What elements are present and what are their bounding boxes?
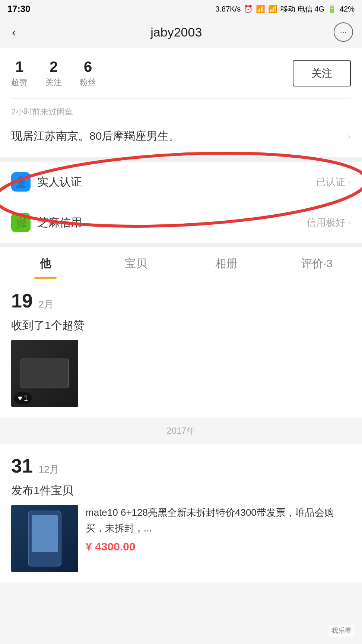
watermark: 我乐看 (328, 625, 355, 637)
alarm-icon: ⏰ (244, 4, 253, 13)
following-count: 2 (45, 59, 62, 75)
followers-count: 6 (80, 59, 96, 75)
page-title: jaby2003 (150, 25, 202, 40)
sesame-label: 芝麻信用 (37, 215, 82, 230)
activity-day-1: 19 (11, 290, 33, 312)
superlike-count: 1 (11, 59, 28, 75)
tab-he[interactable]: 他 (0, 247, 90, 279)
feed-section-2: 31 12月 发布1件宝贝 mate10 6+128亮黑全新未拆封特价4300带… (0, 444, 362, 583)
activity-month-1: 2月 (39, 298, 54, 311)
feed-section: 19 2月 收到了1个超赞 ♥ 1 (0, 279, 362, 417)
item-desc-2: mate10 6+128亮黑全新未拆封特价4300带发票，唯品会购买，未拆封，.… (86, 505, 351, 536)
sesame-icon: 🌿 (11, 213, 31, 232)
tab-pingjia[interactable]: 评价·3 (272, 247, 362, 279)
activity-group-1: 19 2月 收到了1个超赞 ♥ 1 (0, 279, 362, 417)
verify-right-realname: 已认证 › (316, 176, 351, 189)
realname-status: 已认证 (316, 176, 345, 189)
superlike-label: 超赞 (11, 77, 28, 88)
verification-section: 👤 实人认证 已认证 › 🌿 芝麻信用 信用极好 › (0, 157, 362, 243)
bio-arrow-icon: › (348, 131, 351, 142)
stat-item-following[interactable]: 2 关注 (45, 59, 62, 88)
followers-label: 粉丝 (80, 77, 96, 88)
bio-text: 现居江苏南京。80后摩羯座男生。 (11, 129, 180, 144)
more-button[interactable]: ··· (334, 22, 353, 42)
stat-item-followers[interactable]: 6 粉丝 (80, 59, 96, 88)
activity-group-2: 31 12月 发布1件宝贝 mate10 6+128亮黑全新未拆封特价4300带… (0, 444, 362, 583)
activity-day-2: 31 (11, 455, 33, 477)
network-speed: 3.87K/s (215, 5, 241, 13)
phone-visual (11, 505, 78, 572)
item-thumb-wallet: ♥ 1 (11, 340, 78, 407)
tabs-section: 他 宝贝 相册 评价·3 (0, 243, 362, 279)
stats-row: 1 超赞 2 关注 6 粉丝 关注 (11, 59, 351, 88)
verify-left: 👤 实人认证 (11, 172, 82, 192)
activity-title-2: 发布1件宝贝 (11, 483, 351, 498)
wallet-body (20, 359, 69, 388)
verify-left-sesame: 🌿 芝麻信用 (11, 213, 82, 232)
phone-screen (32, 515, 58, 552)
carrier-label: 移动 电信 4G (280, 4, 324, 14)
last-visit-text: 2小时前来过闲鱼 (11, 99, 351, 123)
wifi-icon: 📶 (256, 4, 265, 13)
following-label: 关注 (45, 77, 62, 88)
realname-arrow-icon: › (348, 177, 351, 187)
item-price-2: ¥ 4300.00 (86, 540, 351, 553)
more-icon: ··· (340, 27, 347, 37)
item-info-2: mate10 6+128亮黑全新未拆封特价4300带发票，唯品会购买，未拆封，.… (78, 505, 351, 553)
status-bar: 17:30 3.87K/s ⏰ 📶 📶 移动 电信 4G 🔋 42% (0, 0, 362, 16)
battery-icon: 🔋 (327, 4, 337, 13)
stat-item-superlike[interactable]: 1 超赞 (11, 59, 28, 88)
tab-baobei[interactable]: 宝贝 (90, 247, 181, 279)
verify-row-sesame[interactable]: 🌿 芝麻信用 信用极好 › (0, 202, 362, 243)
sesame-status: 信用极好 (307, 216, 345, 229)
status-right: 3.87K/s ⏰ 📶 📶 移动 电信 4G 🔋 42% (215, 4, 355, 14)
tab-xiangce[interactable]: 相册 (181, 247, 272, 279)
activity-date-1: 19 2月 (11, 279, 351, 318)
year-divider: 2017年 (0, 417, 362, 444)
item-card-2[interactable]: mate10 6+128亮黑全新未拆封特价4300带发票，唯品会购买，未拆封，.… (11, 505, 351, 572)
heart-icon: ♥ (18, 394, 22, 402)
verify-right-sesame: 信用极好 › (307, 216, 351, 229)
like-number: 1 (24, 394, 28, 402)
bio-row[interactable]: 现居江苏南京。80后摩羯座男生。 › (11, 123, 351, 147)
realname-label: 实人认证 (37, 174, 82, 190)
profile-section: 1 超赞 2 关注 6 粉丝 关注 2小时前来过闲鱼 现居江苏南京。80后摩羯座… (0, 48, 362, 157)
activity-content-1: ♥ 1 (11, 340, 351, 417)
activity-month-2: 12月 (39, 463, 59, 476)
activity-content-2: mate10 6+128亮黑全新未拆封特价4300带发票，唯品会购买，未拆封，.… (11, 505, 351, 583)
activity-title-1: 收到了1个超赞 (11, 318, 351, 333)
item-thumb-phone (11, 505, 78, 572)
signal-icon: 📶 (268, 4, 277, 13)
thumb-like-count: ♥ 1 (14, 392, 32, 404)
activity-date-2: 31 12月 (11, 444, 351, 483)
follow-button[interactable]: 关注 (293, 60, 351, 86)
nav-bar: ‹ jaby2003 ··· (0, 16, 362, 48)
battery-percent: 42% (340, 5, 355, 13)
status-time: 17:30 (7, 4, 30, 14)
realname-icon: 👤 (11, 172, 31, 192)
back-button[interactable]: ‹ (9, 24, 19, 41)
verify-row-realname[interactable]: 👤 实人认证 已认证 › (0, 162, 362, 202)
phone-body (28, 511, 61, 566)
tabs-row: 他 宝贝 相册 评价·3 (0, 247, 362, 279)
item-card-1[interactable]: ♥ 1 (11, 340, 351, 407)
sesame-arrow-icon: › (348, 218, 351, 227)
